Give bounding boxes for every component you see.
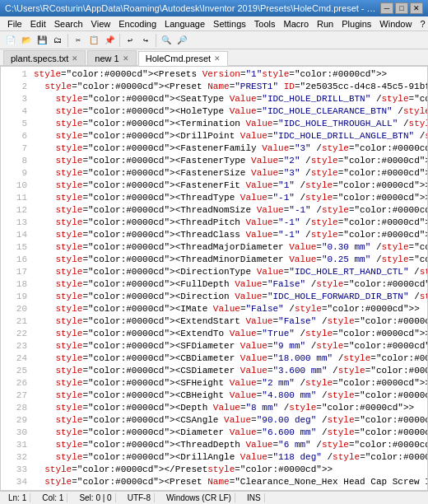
tab-label: HoleCmd.preset [146,54,211,63]
title-bar: C:\Users\RCosturin\AppData\Roaming\Autod… [0,0,428,16]
code-content: style="color:#0000cd"><ThreadMinorDiamet… [34,254,428,266]
status-encoding: UTF-8 [124,493,155,502]
code-content: style="color:#0000cd"><ThreadNomSize Val… [34,204,428,217]
line-number: 16 [4,254,27,266]
code-line: 18 style="color:#0000cd"><FullDepth Valu… [4,278,424,291]
new-button[interactable]: 📄 [3,33,18,48]
save-all-button[interactable]: 🗂 [50,33,65,48]
line-number: 19 [4,291,27,303]
code-content: style="color:#0000cd"><CSDiameter Value=… [34,365,428,377]
menu-item-plugins[interactable]: Plugins [337,18,375,30]
tab-label: plant.specs.txt [11,54,68,63]
line-number: 24 [4,352,27,365]
menu-item-tools[interactable]: Tools [250,18,280,30]
find-button[interactable]: 🔎 [174,33,189,48]
status-ln: Ln: 1 [5,493,30,502]
tab-new1[interactable]: new 1 ✕ [87,50,136,65]
code-content: style="color:#0000cd"><ThreadDepth Value… [34,439,428,451]
code-line: 6 style="color:#0000cd"><DrillPoint Valu… [4,130,424,142]
menu-item-language[interactable]: Language [160,18,209,30]
line-number: 8 [4,155,27,167]
menu-item-search[interactable]: Search [50,18,87,30]
line-number: 29 [4,414,27,427]
line-number: 26 [4,377,27,390]
code-content: style="color:#0000cd"><HoleType Value="I… [34,105,428,118]
menu-item-?[interactable]: ? [416,18,428,30]
code-line: 7 style="color:#0000cd"><FastenerFamily … [4,142,424,155]
code-content: style="color:#0000cd"><SFHeight Value="2… [34,377,428,390]
code-area[interactable]: 1style="color:#0000cd"><Presets Version=… [0,66,428,491]
menu-item-encoding[interactable]: Encoding [114,18,160,30]
redo-button[interactable]: ↪ [138,33,153,48]
code-content: style="color:#0000cd"><Diameter Value="6… [34,427,428,439]
status-col: Col: 1 [39,493,67,502]
tab-holecmd[interactable]: HoleCmd.preset ✕ [138,51,228,66]
code-content: style="color:#0000cd"><ThreadClass Value… [34,229,428,241]
tab-close-icon[interactable]: ✕ [214,54,221,63]
code-line: 27 style="color:#0000cd"><CBHeight Value… [4,390,424,402]
tab-close-icon[interactable]: ✕ [72,54,78,63]
zoom-in-button[interactable]: 🔍 [159,33,174,48]
code-line: 22 style="color:#0000cd"><ExtendTo Value… [4,328,424,340]
menu-item-edit[interactable]: Edit [26,18,50,30]
code-content: style="color:#0000cd"><DrillPoint Value=… [34,130,428,142]
code-line: 15 style="color:#0000cd"><ThreadMajorDia… [4,241,424,254]
line-number: 10 [4,180,27,192]
code-line: 25 style="color:#0000cd"><CSDiameter Val… [4,365,424,377]
code-line: 2 style="color:#0000cd"><Preset Name="PR… [4,81,424,93]
line-number: 33 [4,464,27,476]
code-line: 3 style="color:#0000cd"><SeatType Value=… [4,93,424,105]
code-content: style="color:#0000cd"><ExtendTo Value="T… [34,328,428,340]
code-line: 4 style="color:#0000cd"><HoleType Value=… [4,105,424,118]
code-line: 28 style="color:#0000cd"><Depth Value="8… [4,402,424,414]
title-bar-text: C:\Users\RCosturin\AppData\Roaming\Autod… [5,3,380,13]
tab-plant-specs[interactable]: plant.specs.txt ✕ [3,50,86,65]
code-line: 24 style="color:#0000cd"><CBDiameter Val… [4,352,424,365]
status-eol: Windows (CR LF) [163,493,235,502]
code-content: style="color:#0000cd"><Depth Value="8 mm… [34,402,414,414]
code-content: style="color:#0000cd"><Preset Name="PRES… [34,81,428,93]
save-button[interactable]: 💾 [35,33,49,48]
tab-label: new 1 [95,54,119,63]
menu-item-view[interactable]: View [87,18,115,30]
line-number: 27 [4,390,27,402]
cut-button[interactable]: ✂ [71,33,86,48]
code-line: 33 style="color:#0000cd"></Presetstyle="… [4,464,424,476]
undo-button[interactable]: ↩ [123,33,137,48]
paste-button[interactable]: 📌 [102,33,117,48]
line-number: 9 [4,167,27,180]
copy-button[interactable]: 📋 [86,33,101,48]
toolbar: 📄 📂 💾 🗂 ✂ 📋 📌 ↩ ↪ 🔍 🔎 [0,31,428,49]
line-number: 5 [4,118,27,130]
line-number: 1 [4,68,27,81]
line-number: 20 [4,303,27,315]
status-ins: INS [244,493,265,502]
line-number: 32 [4,451,27,464]
menu-item-window[interactable]: Window [375,18,416,30]
code-line: 8 style="color:#0000cd"><FastenerType Va… [4,155,424,167]
code-line: 19 style="color:#0000cd"><Direction Valu… [4,291,424,303]
menu-item-file[interactable]: File [3,18,26,30]
tab-close-icon[interactable]: ✕ [123,54,129,63]
code-content: style="color:#0000cd"><SeatType Value="I… [34,93,428,105]
code-line: 14 style="color:#0000cd"><ThreadClass Va… [4,229,424,241]
code-line: 29 style="color:#0000cd"><CSAngle Value=… [4,414,424,427]
menu-item-settings[interactable]: Settings [209,18,250,30]
code-line: 34 style="color:#0000cd"><Preset Name="C… [4,476,424,488]
code-line: 17 style="color:#0000cd"><DirectionType … [4,266,424,278]
menu-item-run[interactable]: Run [313,18,337,30]
code-content: style="color:#0000cd"></Presetstyle="col… [34,464,333,476]
line-number: 22 [4,328,27,340]
code-line: 13 style="color:#0000cd"><ThreadPitch Va… [4,217,424,229]
line-number: 21 [4,315,27,328]
menu-item-macro[interactable]: Macro [279,18,313,30]
code-content: style="color:#0000cd"><FastenerFit Value… [34,180,428,192]
minimize-button[interactable]: ─ [380,2,393,14]
title-bar-buttons[interactable]: ─ □ ✕ [380,2,423,14]
close-button[interactable]: ✕ [410,2,423,14]
open-button[interactable]: 📂 [19,33,34,48]
line-number: 7 [4,142,27,155]
maximize-button[interactable]: □ [395,2,408,14]
code-content: style="color:#0000cd"><ThreadMajorDiamet… [34,241,428,254]
line-number: 4 [4,105,27,118]
